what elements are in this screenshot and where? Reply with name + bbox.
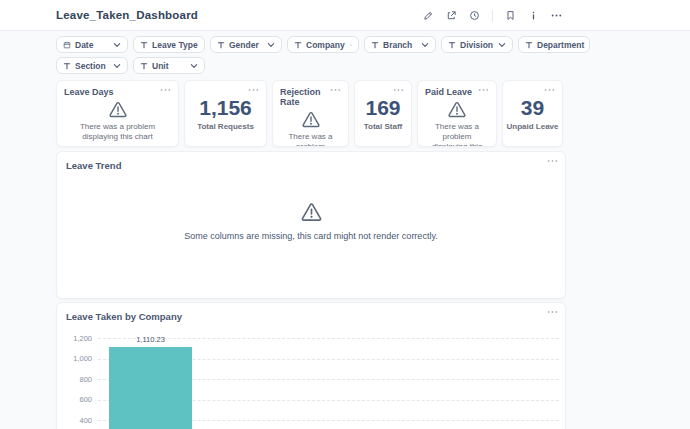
card-total-staff[interactable]: 169 Total Staff [354, 80, 412, 147]
filter-gender[interactable]: Gender [210, 36, 282, 53]
filter-row-1: Date Leave Type Gender Company [56, 36, 568, 53]
filter-label: Division [460, 40, 493, 50]
filter-label: Company [306, 40, 345, 50]
chevron-down-icon [190, 62, 198, 70]
card-menu-ellipsis-icon[interactable] [547, 158, 558, 163]
dashboard-grid: Leave Days There was a problem displayin… [56, 80, 566, 429]
warning-text: Some columns are missing, this card migh… [184, 231, 437, 241]
card-menu-ellipsis-icon[interactable] [330, 87, 341, 92]
kpi-value: 39 [521, 97, 544, 118]
kpi-card-row: Leave Days There was a problem displayin… [56, 80, 566, 147]
string-filter-icon [140, 62, 148, 70]
header-action-bar [423, 0, 562, 31]
more-ellipsis-icon[interactable] [551, 10, 562, 21]
filter-date[interactable]: Date [56, 36, 128, 53]
kpi-label: Total Requests [197, 122, 254, 131]
chevron-down-icon [350, 41, 352, 49]
chevron-down-icon [267, 41, 275, 49]
card-title: Paid Leave [425, 87, 472, 97]
filter-branch[interactable]: Branch [364, 36, 436, 53]
string-filter-icon [140, 41, 148, 49]
dashboard-header: Leave_Taken_Dashboard [0, 0, 690, 31]
card-menu-ellipsis-icon[interactable] [547, 309, 558, 314]
card-error-text: There was a problem displaying this char… [425, 122, 489, 147]
card-unpaid-leave[interactable]: 39 Unpaid Leave [502, 80, 563, 147]
chevron-down-icon [113, 62, 121, 70]
warning-triangle-icon [447, 99, 467, 119]
company-bar[interactable] [109, 347, 192, 429]
header-divider [492, 10, 493, 22]
y-axis-tick: 600 [62, 395, 92, 404]
calendar-icon [63, 41, 71, 49]
card-menu-ellipsis-icon[interactable] [248, 87, 259, 92]
kpi-value: 1,156 [199, 97, 252, 118]
card-title: Leave Taken by Company [66, 311, 556, 322]
card-title: Leave Days [64, 87, 114, 97]
string-filter-icon [525, 41, 533, 49]
filter-company[interactable]: Company [287, 36, 359, 53]
string-filter-icon [217, 41, 225, 49]
y-axis-tick: 1,200 [62, 334, 92, 343]
string-filter-icon [371, 41, 379, 49]
chevron-down-icon [421, 41, 429, 49]
filter-section[interactable]: Section [56, 57, 128, 74]
warning-triangle-icon [300, 200, 323, 223]
filter-label: Unit [152, 61, 169, 71]
warning-triangle-icon [301, 109, 321, 129]
filter-department[interactable]: Department [518, 36, 590, 53]
filter-label: Leave Type [152, 40, 198, 50]
card-title: Leave Trend [66, 160, 556, 171]
kpi-value: 169 [365, 97, 400, 118]
history-clock-icon[interactable] [469, 10, 480, 21]
filter-division[interactable]: Division [441, 36, 513, 53]
chevron-down-icon [498, 41, 506, 49]
card-leave-days[interactable]: Leave Days There was a problem displayin… [56, 80, 179, 147]
filter-row-2: Section Unit [56, 57, 568, 74]
card-error-text: There was a problem displaying this char… [280, 132, 341, 147]
filter-label: Department [537, 40, 584, 50]
kpi-label: Total Staff [364, 122, 403, 131]
card-menu-ellipsis-icon[interactable] [544, 87, 555, 92]
bar-value-label: 1,110.23 [109, 335, 192, 344]
card-menu-ellipsis-icon[interactable] [160, 87, 171, 92]
warning-triangle-icon [108, 99, 128, 119]
chevron-down-icon [113, 41, 121, 49]
card-paid-leave[interactable]: Paid Leave There was a problem displayin… [417, 80, 497, 147]
card-rejection-rate[interactable]: Rejection Rate There was a problem displ… [272, 80, 349, 147]
filter-label: Date [75, 40, 93, 50]
y-axis-tick: 800 [62, 375, 92, 384]
card-leave-taken-by-company[interactable]: Leave Taken by Company 1,200 1,000 800 6… [56, 302, 566, 429]
card-menu-ellipsis-icon[interactable] [478, 87, 489, 92]
filter-bar: Date Leave Type Gender Company [56, 36, 568, 74]
card-error-text: There was a problem displaying this char… [64, 122, 171, 142]
y-axis-tick: 1,000 [62, 354, 92, 363]
filter-label: Gender [229, 40, 259, 50]
filter-unit[interactable]: Unit [133, 57, 205, 74]
y-axis-tick: 400 [62, 416, 92, 425]
filter-label: Branch [383, 40, 412, 50]
card-menu-ellipsis-icon[interactable] [393, 87, 404, 92]
kpi-label: Unpaid Leave [506, 122, 558, 131]
string-filter-icon [63, 62, 71, 70]
card-total-requests[interactable]: 1,156 Total Requests [184, 80, 267, 147]
bookmark-icon[interactable] [505, 10, 516, 21]
card-leave-trend[interactable]: Leave Trend Some columns are missing, th… [56, 151, 566, 299]
edit-pencil-icon[interactable] [423, 10, 434, 21]
filter-leave-type[interactable]: Leave Type [133, 36, 205, 53]
share-icon[interactable] [446, 10, 457, 21]
filter-label: Section [75, 61, 106, 71]
page-title: Leave_Taken_Dashboard [56, 9, 198, 21]
string-filter-icon [294, 41, 302, 49]
missing-columns-warning: Some columns are missing, this card migh… [57, 200, 565, 241]
string-filter-icon [448, 41, 456, 49]
info-icon[interactable] [528, 10, 539, 21]
